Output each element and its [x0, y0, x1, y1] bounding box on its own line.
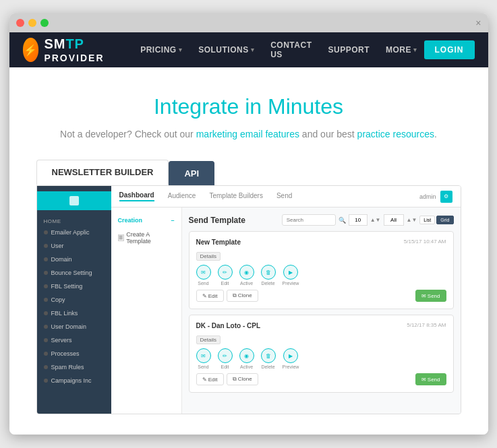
- chevron-down-icon: ▾: [251, 46, 255, 53]
- sidebar-item-bounce[interactable]: Bounce Setting: [37, 266, 111, 280]
- hero-link-practice[interactable]: practice resources: [357, 129, 434, 139]
- action-preview-1[interactable]: ▶ Preview: [283, 265, 299, 286]
- action-active-1[interactable]: ◉ Active: [239, 265, 254, 286]
- template-header-1: New Template 5/15/17 10:47 AM: [196, 238, 446, 246]
- browser-window: × ⚡ SMTP PROVIDER PRICING ▾ SOLUTIONS ▾ …: [9, 13, 488, 435]
- active-icon: ◉: [239, 348, 254, 363]
- close-button[interactable]: [16, 19, 24, 27]
- action-send-1[interactable]: ✉ Send: [196, 265, 211, 286]
- tab-api[interactable]: API: [169, 161, 214, 185]
- template-actions-2: ✉ Send ✏ Edit ◉ Active: [196, 348, 446, 369]
- hero-link-marketing[interactable]: marketing email features: [196, 129, 299, 139]
- view-grid-btn[interactable]: Grid: [436, 216, 453, 224]
- template-buttons-2: ✎ Edit ⧉ Clone ✉ Send: [196, 373, 446, 385]
- preview-icon: ▶: [283, 265, 298, 280]
- logo-area: ⚡ SMTP PROVIDER: [23, 36, 114, 64]
- action-delete-1[interactable]: 🗑 Delete: [261, 265, 276, 286]
- admin-icon[interactable]: ⚙: [440, 191, 452, 203]
- sidebar-item-user-domain[interactable]: User Domain: [37, 320, 111, 333]
- tabs-row: NEWSLETTER BUILDER API: [36, 160, 461, 185]
- sidebar-item-processes[interactable]: Processes: [37, 347, 111, 360]
- send-icon: ✉: [196, 265, 211, 280]
- btn-group-left-1: ✎ Edit ⧉ Clone: [196, 290, 258, 302]
- template-actions-1: ✉ Send ✏ Edit ◉ Active: [196, 265, 446, 286]
- sidebar-item-emailer[interactable]: Emailer Applic: [37, 226, 111, 239]
- send-button-2[interactable]: ✉ Send: [415, 373, 446, 385]
- close-icon[interactable]: ×: [475, 18, 481, 28]
- sidebar-item-copy[interactable]: Copy: [37, 293, 111, 307]
- hero-sub-text1: Not a developer? Check out our: [60, 129, 196, 139]
- sidebar-header: [37, 191, 111, 210]
- sidebar-item-servers[interactable]: Servers: [37, 333, 111, 347]
- nav-pricing[interactable]: PRICING ▾: [134, 41, 189, 59]
- action-send-2[interactable]: ✉ Send: [196, 348, 211, 369]
- action-active-2[interactable]: ◉ Active: [239, 348, 254, 369]
- tab-newsletter-builder[interactable]: NEWSLETTER BUILDER: [36, 160, 169, 185]
- action-preview-2[interactable]: ▶ Preview: [283, 348, 299, 369]
- nav-links: PRICING ▾ SOLUTIONS ▾ CONTACT US SUPPORT…: [134, 36, 423, 63]
- action-edit-2[interactable]: ✏ Edit: [218, 348, 233, 369]
- sidebar-dot-icon: [44, 365, 48, 369]
- sidebar-dot-icon: [44, 338, 48, 342]
- section-title: Send Template: [189, 216, 245, 225]
- active-icon: ◉: [239, 265, 254, 280]
- create-template-btn[interactable]: ☰ Create A Template: [111, 228, 181, 248]
- nav-solutions[interactable]: SOLUTIONS ▾: [192, 41, 261, 59]
- template-date-1: 5/15/17 10:47 AM: [404, 238, 446, 245]
- send-icon: ✉: [196, 348, 211, 363]
- right-panel: Send Template 🔍 ▲▼ ▲▼ List Grid: [182, 207, 461, 414]
- page-size-input[interactable]: [349, 214, 368, 226]
- tab-send[interactable]: Send: [276, 192, 292, 201]
- sidebar-item-fbl-links[interactable]: FBL Links: [37, 307, 111, 320]
- tab-audience[interactable]: Audience: [168, 192, 196, 201]
- hero-title-plain: Integrate in: [154, 94, 268, 119]
- sidebar-dot-icon: [44, 325, 48, 329]
- chevron-down-icon: ▾: [413, 46, 417, 53]
- tab-template-builders[interactable]: Template Builders: [209, 192, 262, 201]
- sidebar-item-spam[interactable]: Spam Rules: [37, 360, 111, 374]
- delete-icon: 🗑: [261, 265, 276, 280]
- tab-dashboard[interactable]: Dashboard: [119, 191, 154, 201]
- section-header: Send Template 🔍 ▲▼ ▲▼ List Grid: [189, 214, 454, 226]
- login-button[interactable]: LOGIN: [424, 40, 475, 59]
- filter-arrows: ▲▼: [407, 217, 417, 223]
- sidebar-item-fbl[interactable]: FBL Setting: [37, 280, 111, 293]
- main-content: Integrate in Minutes Not a developer? Ch…: [9, 67, 488, 435]
- btn-group-left-2: ✎ Edit ⧉ Clone: [196, 373, 258, 385]
- hero-title: Integrate in Minutes: [36, 94, 461, 119]
- search-icon[interactable]: 🔍: [339, 217, 346, 224]
- action-edit-1[interactable]: ✏ Edit: [218, 265, 233, 286]
- edit-button-1[interactable]: ✎ Edit: [196, 290, 224, 302]
- screenshot-body: Creation – ☰ Create A Template Send Temp…: [111, 207, 461, 414]
- screenshot-main: Dashboard Audience Template Builders Sen…: [111, 186, 461, 414]
- sidebar-dot-icon: [44, 230, 48, 234]
- search-input[interactable]: [282, 214, 336, 226]
- sidebar-item-domain[interactable]: Domain: [37, 253, 111, 266]
- minimize-button[interactable]: [28, 19, 36, 27]
- template-date-2: 5/12/17 8:35 AM: [407, 322, 446, 328]
- maximize-button[interactable]: [40, 19, 49, 27]
- edit-icon: ✏: [218, 265, 233, 280]
- hero-sub-end: .: [434, 129, 437, 139]
- nav-contact[interactable]: CONTACT US: [264, 36, 318, 63]
- template-name-1: New Template: [196, 238, 241, 246]
- clone-button-2[interactable]: ⧉ Clone: [227, 373, 258, 385]
- sidebar-header-icon: [69, 196, 79, 205]
- clone-button-1[interactable]: ⧉ Clone: [227, 290, 258, 302]
- nav-more[interactable]: MORE ▾: [379, 41, 424, 59]
- sidebar-item-campaigns[interactable]: Campaigns Inc: [37, 374, 111, 387]
- filter-input[interactable]: [384, 214, 404, 226]
- sidebar-section-label: Home: [37, 216, 111, 226]
- view-list-btn[interactable]: List: [419, 216, 435, 224]
- logo-text: SMTP PROVIDER: [44, 36, 113, 64]
- screenshot-frame: Home Emailer Applic User Domain Bounce S…: [36, 185, 461, 414]
- edit-button-2[interactable]: ✎ Edit: [196, 373, 224, 385]
- template-buttons-1: ✎ Edit ⧉ Clone ✉ Send: [196, 290, 446, 302]
- sidebar-dot-icon: [44, 311, 48, 315]
- send-button-1[interactable]: ✉ Send: [415, 290, 446, 302]
- admin-label: admin: [419, 193, 436, 200]
- hero-subtitle: Not a developer? Check out our marketing…: [36, 129, 461, 139]
- nav-support[interactable]: SUPPORT: [321, 41, 376, 59]
- action-delete-2[interactable]: 🗑 Delete: [261, 348, 276, 369]
- sidebar-item-user[interactable]: User: [37, 239, 111, 253]
